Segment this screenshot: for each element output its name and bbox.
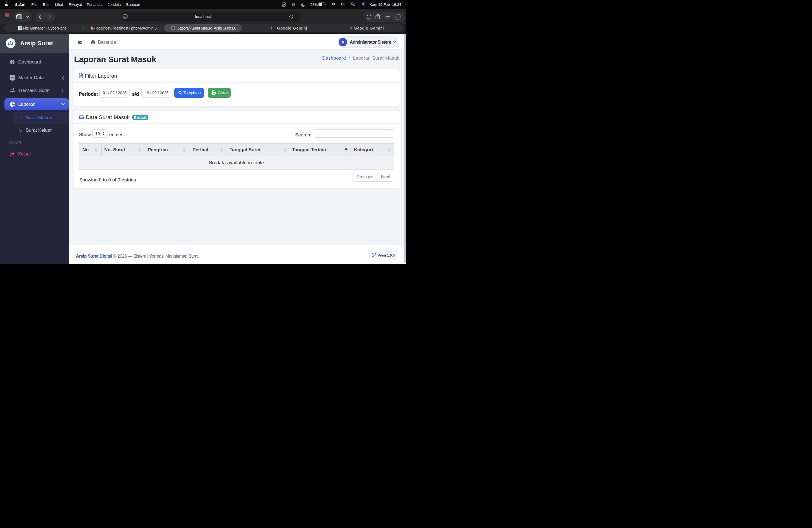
svg-text:PMA: PMA xyxy=(91,29,94,30)
